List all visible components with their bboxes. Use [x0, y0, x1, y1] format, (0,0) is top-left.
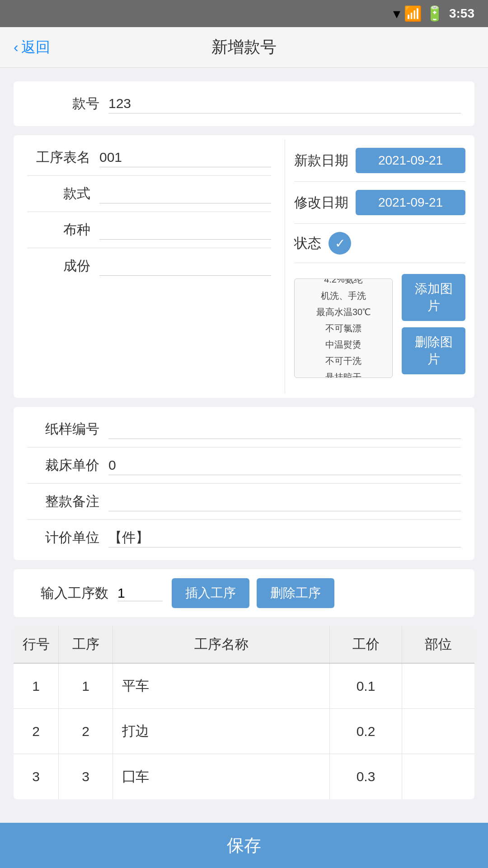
- kuanhao-row: 款号: [27, 86, 461, 122]
- buzhong-input[interactable]: [99, 220, 271, 240]
- chengfen-row: 成份: [27, 248, 271, 284]
- chengfen-label: 成份: [27, 257, 90, 275]
- wifi-icon: ▾: [393, 5, 400, 22]
- image-row: 成份：95.8%涤纶 4.2%氨纶 机洗、手洗 最高水温30℃ 不可氯漂 中温熨…: [294, 274, 465, 382]
- back-label[interactable]: 返回: [21, 38, 50, 57]
- xiugai-date-button[interactable]: 2021-09-21: [356, 190, 465, 215]
- table-header: 行号 工序 工序名称 工价 部位: [14, 626, 474, 664]
- kuanhao-section: 款号: [14, 81, 474, 126]
- chengfen-input[interactable]: [99, 256, 271, 276]
- row1-gongjia: 0.1: [330, 664, 402, 708]
- gongxu-label: 工序表名: [27, 148, 90, 167]
- page-title: 新增款号: [211, 36, 277, 58]
- delete-image-button[interactable]: 删除图片: [402, 327, 465, 374]
- table-row[interactable]: 1 1 平车 0.1: [14, 664, 474, 709]
- row2-gongjia: 0.2: [330, 709, 402, 754]
- jijia-input[interactable]: [108, 528, 461, 547]
- row3-hang: 3: [14, 754, 59, 799]
- row1-name: 平车: [113, 664, 330, 708]
- kuanshi-label: 款式: [27, 184, 90, 203]
- insert-gongxu-button[interactable]: 插入工序: [172, 578, 249, 608]
- status-time: 3:53: [449, 6, 474, 21]
- main-form-section: 工序表名 款式 布种 成份 新款日期 2021-09-21: [14, 135, 474, 398]
- gongxu-input[interactable]: [99, 148, 271, 167]
- xiugai-row: 修改日期 2021-09-21: [294, 182, 465, 224]
- zhuangtai-row: 状态 ✓: [294, 224, 465, 263]
- buzhong-label: 布种: [27, 221, 90, 239]
- right-form-col: 新款日期 2021-09-21 修改日期 2021-09-21 状态 ✓: [285, 140, 474, 393]
- battery-icon: 🔋: [426, 5, 444, 22]
- row1-bwei: [402, 664, 474, 708]
- image-area: 成份：95.8%涤纶 4.2%氨纶 机洗、手洗 最高水温30℃ 不可氯漂 中温熨…: [294, 263, 465, 393]
- status-icons: ▾ 📶 🔋: [393, 5, 444, 22]
- row1-hang: 1: [14, 664, 59, 708]
- xinkuan-date-button[interactable]: 2021-09-21: [356, 148, 465, 173]
- input-gongxu-label: 输入工序数: [27, 584, 108, 603]
- kuanhao-input[interactable]: [108, 94, 461, 113]
- row2-gongxu: 2: [59, 709, 113, 754]
- save-button-label: 保存: [227, 834, 261, 857]
- caichuang-label: 裁床单价: [27, 456, 99, 475]
- kuanshi-input[interactable]: [99, 184, 271, 203]
- label-image: 成份：95.8%涤纶 4.2%氨纶 机洗、手洗 最高水温30℃ 不可氯漂 中温熨…: [295, 279, 392, 377]
- add-image-button[interactable]: 添加图片: [402, 274, 465, 321]
- col-bwei: 部位: [402, 626, 474, 663]
- image-preview: 成份：95.8%涤纶 4.2%氨纶 机洗、手洗 最高水温30℃ 不可氯漂 中温熨…: [294, 278, 393, 378]
- main-content: 款号 工序表名 款式 布种 成份: [0, 68, 488, 867]
- col-name: 工序名称: [113, 626, 330, 663]
- kuanhao-label: 款号: [27, 94, 99, 113]
- caichuang-input[interactable]: [108, 456, 461, 475]
- row1-gongxu: 1: [59, 664, 113, 708]
- save-bar[interactable]: 保存: [0, 823, 488, 868]
- row3-gongjia: 0.3: [330, 754, 402, 799]
- buzhong-row: 布种: [27, 212, 271, 248]
- col-gongxu: 工序: [59, 626, 113, 663]
- zhiyang-row: 纸样编号: [27, 411, 461, 448]
- back-chevron-icon: ‹: [14, 39, 19, 56]
- xinkuan-label: 新款日期: [294, 151, 348, 170]
- zhengjia-label: 整款备注: [27, 492, 99, 511]
- kuanshi-row: 款式: [27, 176, 271, 212]
- image-action-buttons: 添加图片 删除图片: [402, 274, 465, 374]
- zhiyang-label: 纸样编号: [27, 420, 99, 439]
- jijia-label: 计价单位: [27, 528, 99, 547]
- row2-name: 打边: [113, 709, 330, 754]
- gongxu-row: 工序表名: [27, 140, 271, 176]
- nav-bar: ‹ 返回 新增款号: [0, 27, 488, 68]
- row3-name: 囗车: [113, 754, 330, 799]
- back-button[interactable]: ‹ 返回: [14, 38, 50, 57]
- zhiyang-input[interactable]: [108, 420, 461, 439]
- col-gongjia: 工价: [330, 626, 402, 663]
- zhuangtai-checkbox[interactable]: ✓: [328, 232, 351, 255]
- zhengjia-input[interactable]: [108, 492, 461, 511]
- table-row[interactable]: 3 3 囗车 0.3: [14, 754, 474, 799]
- delete-gongxu-button[interactable]: 删除工序: [257, 578, 334, 608]
- xiugai-label: 修改日期: [294, 193, 348, 212]
- table-row[interactable]: 2 2 打边 0.2: [14, 709, 474, 754]
- zhengjia-row: 整款备注: [27, 484, 461, 520]
- jijia-row: 计价单位: [27, 520, 461, 556]
- left-form-col: 工序表名 款式 布种 成份: [14, 140, 285, 393]
- signal-icon: 📶: [404, 5, 422, 22]
- gongxunum-row: 输入工序数 插入工序 删除工序: [14, 569, 474, 617]
- gongxu-number-input[interactable]: [117, 585, 163, 601]
- row3-gongxu: 3: [59, 754, 113, 799]
- gongxu-table: 行号 工序 工序名称 工价 部位 1 1 平车 0.1 2 2 打边 0.2 3…: [14, 626, 474, 799]
- status-bar: ▾ 📶 🔋 3:53: [0, 0, 488, 27]
- row3-bwei: [402, 754, 474, 799]
- zhuangtai-label: 状态: [294, 234, 321, 253]
- row2-bwei: [402, 709, 474, 754]
- lower-form-section: 纸样编号 裁床单价 整款备注 计价单位: [14, 407, 474, 560]
- col-hang: 行号: [14, 626, 59, 663]
- row2-hang: 2: [14, 709, 59, 754]
- xinkuan-row: 新款日期 2021-09-21: [294, 140, 465, 182]
- caichuang-row: 裁床单价: [27, 448, 461, 484]
